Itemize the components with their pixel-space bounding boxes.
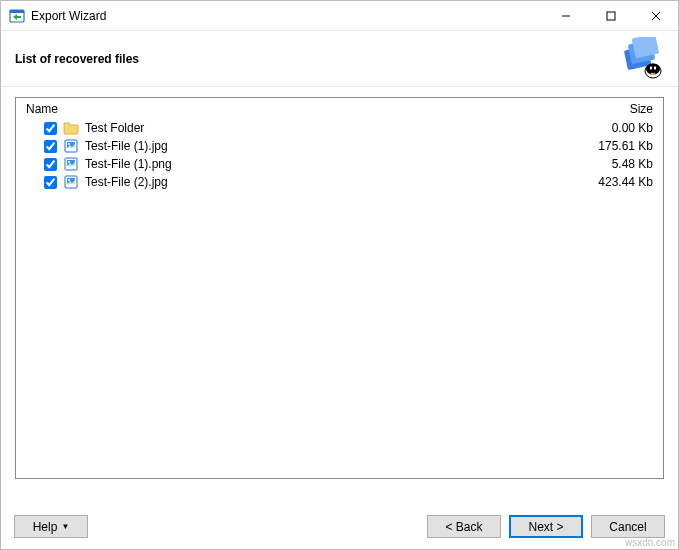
column-name[interactable]: Name	[26, 102, 563, 116]
image-file-icon	[63, 138, 79, 154]
watermark: wsxdn.com	[625, 537, 675, 548]
content-area: Name Size Test Folder0.00 KbTest-File (1…	[1, 87, 678, 479]
svg-rect-1	[10, 10, 24, 13]
app-icon	[9, 8, 25, 24]
column-size[interactable]: Size	[563, 102, 653, 116]
folder-icon	[63, 120, 79, 136]
image-file-icon	[63, 156, 79, 172]
close-button[interactable]	[633, 1, 678, 30]
file-checkbox[interactable]	[44, 140, 57, 153]
svg-rect-8	[632, 37, 660, 58]
file-row[interactable]: Test-File (1).png5.48 Kb	[26, 155, 653, 173]
cancel-button[interactable]: Cancel	[591, 515, 665, 538]
footer: Help ▼ < Back Next > Cancel	[14, 515, 665, 538]
wizard-subtitle: List of recovered files	[15, 52, 620, 66]
file-list-panel: Name Size Test Folder0.00 KbTest-File (1…	[15, 97, 664, 479]
back-button[interactable]: < Back	[427, 515, 501, 538]
column-headers: Name Size	[16, 98, 663, 119]
help-button[interactable]: Help ▼	[14, 515, 88, 538]
svg-point-10	[646, 63, 660, 74]
file-size: 0.00 Kb	[563, 121, 653, 135]
svg-point-15	[68, 143, 70, 145]
file-name: Test Folder	[85, 121, 563, 135]
chevron-down-icon: ▼	[61, 522, 69, 531]
help-label: Help	[33, 520, 58, 534]
file-row[interactable]: Test Folder0.00 Kb	[26, 119, 653, 137]
file-size: 5.48 Kb	[563, 157, 653, 171]
svg-point-11	[650, 66, 652, 70]
titlebar: Export Wizard	[1, 1, 678, 31]
file-name: Test-File (2).jpg	[85, 175, 563, 189]
file-row[interactable]: Test-File (1).jpg175.61 Kb	[26, 137, 653, 155]
svg-point-12	[654, 66, 656, 70]
window-controls	[543, 1, 678, 30]
maximize-button[interactable]	[588, 1, 633, 30]
file-size: 175.61 Kb	[563, 139, 653, 153]
file-checkbox[interactable]	[44, 158, 57, 171]
window-title: Export Wizard	[31, 9, 543, 23]
file-list: Test Folder0.00 KbTest-File (1).jpg175.6…	[16, 119, 663, 478]
svg-rect-3	[607, 12, 615, 20]
file-name: Test-File (1).jpg	[85, 139, 563, 153]
next-button[interactable]: Next >	[509, 515, 583, 538]
image-file-icon	[63, 174, 79, 190]
wizard-header: List of recovered files	[1, 31, 678, 87]
minimize-button[interactable]	[543, 1, 588, 30]
svg-point-18	[68, 161, 70, 163]
file-checkbox[interactable]	[44, 176, 57, 189]
file-row[interactable]: Test-File (2).jpg423.44 Kb	[26, 173, 653, 191]
file-checkbox[interactable]	[44, 122, 57, 135]
svg-point-21	[68, 179, 70, 181]
wizard-icon	[620, 37, 664, 81]
file-size: 423.44 Kb	[563, 175, 653, 189]
file-name: Test-File (1).png	[85, 157, 563, 171]
